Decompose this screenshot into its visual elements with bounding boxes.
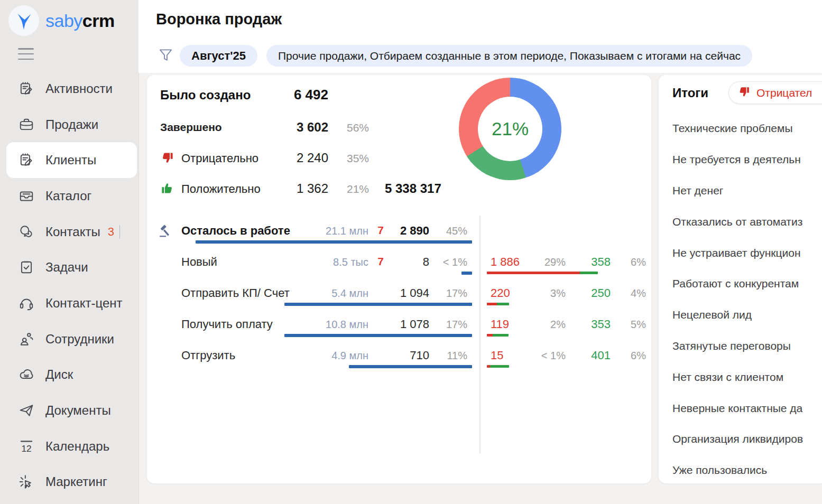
- sidebar-item-sales[interactable]: Продажи: [6, 107, 137, 143]
- spark-icon: [18, 473, 35, 490]
- sidebar-item-label: Продажи: [45, 117, 98, 132]
- filter-period-pill[interactable]: Август'25: [180, 45, 257, 67]
- sidebar-item-documents[interactable]: Документы: [6, 393, 137, 428]
- sidebar-item-label: Диск: [45, 367, 73, 382]
- results-list: Технические проблемыНе требуется в деяте…: [659, 113, 822, 486]
- results-list-item[interactable]: Уже пользовались: [659, 455, 822, 486]
- stage-positive-count: 353: [570, 318, 611, 331]
- stage-amount: 5.4 млн: [295, 287, 368, 300]
- summary-row-down[interactable]: Отрицательно2 24035%: [147, 151, 464, 167]
- results-list-item[interactable]: Нет связи с клиентом: [659, 361, 822, 393]
- chat-icon: [18, 223, 35, 240]
- results-list-item[interactable]: Отказались от автоматиз: [659, 206, 822, 237]
- sidebar-item-calendar[interactable]: 12Календарь: [6, 428, 137, 464]
- summary-value: 2 240: [263, 151, 328, 165]
- stage-amount: 4.9 млн: [295, 350, 368, 362]
- sidebar-item-disk[interactable]: Диск: [6, 357, 137, 393]
- stage-percent: 45%: [430, 225, 467, 237]
- results-list-item[interactable]: Не требуется в деятельн: [659, 144, 822, 175]
- cloud-icon: [18, 366, 35, 383]
- summary-label: Завершено: [160, 121, 222, 134]
- sidebar-item-contacts[interactable]: Контакты3: [6, 214, 137, 250]
- summary-percent: 56%: [335, 122, 369, 134]
- stage-positive-percent: 5%: [615, 319, 646, 331]
- results-list-item[interactable]: Нецелевой лид: [659, 300, 822, 331]
- results-list-item[interactable]: Технические проблемы: [659, 113, 822, 144]
- stage-count: 1 078: [385, 318, 429, 331]
- results-list-item[interactable]: Затянутые переговоры: [659, 331, 822, 362]
- funnel-stage-row[interactable]: Новый8.5 тыс78< 1%1 88629%3586%: [147, 247, 651, 278]
- thumb-up-icon: [160, 181, 174, 198]
- stage-count: 710: [385, 349, 429, 362]
- conversion-donut-chart[interactable]: 21%: [459, 78, 561, 180]
- sidebar-item-label: Документы: [45, 403, 111, 418]
- menu-hamburger-icon[interactable]: [18, 48, 34, 60]
- donut-center-percent: 21%: [459, 78, 561, 180]
- summary-label: Положительно: [181, 182, 261, 196]
- app-root: { "app": {"brand_saby": "saby", "brand_c…: [0, 0, 822, 504]
- funnel-stage-row[interactable]: Отгрузить4.9 млн71011%15< 1%4016%: [147, 340, 651, 371]
- created-label: Было создано: [160, 88, 251, 102]
- funnel-header-row[interactable]: Осталось в работе21.1 млн72 89045%: [147, 216, 651, 247]
- summary-percent: 35%: [335, 152, 369, 165]
- filter-description-pill[interactable]: Прочие продажи, Отбираем созданные в это…: [266, 45, 752, 67]
- clipboard-icon: [18, 259, 35, 276]
- stage-progress-bar: [349, 365, 472, 368]
- results-list-item[interactable]: Нет денег: [659, 175, 822, 207]
- sidebar-nav: АктивностиПродажиКлиентыКаталогКонтакты3…: [0, 71, 138, 500]
- results-list-item[interactable]: Организация ликвидиров: [659, 424, 822, 455]
- funnel-stage-row[interactable]: Отправить КП/ Счет5.4 млн1 09417%2203%25…: [147, 278, 651, 309]
- summary-row-closed[interactable]: Завершено3 60256%: [147, 120, 464, 137]
- stage-amount: 21.1 млн: [295, 225, 368, 237]
- stage-percent: 17%: [430, 287, 467, 300]
- sidebar-item-clients[interactable]: Клиенты: [6, 142, 137, 178]
- sidebar-item-employees[interactable]: Сотрудники: [6, 321, 137, 357]
- stage-negative-percent: 29%: [523, 256, 566, 268]
- stage-label: Новый: [181, 255, 217, 269]
- badge-divider: [119, 225, 121, 239]
- sidebar-item-activities[interactable]: Активности: [6, 71, 137, 107]
- stage-positive-percent: 6%: [615, 256, 646, 268]
- stage-negative-positive-bar: [487, 365, 509, 368]
- funnel-card: Было создано 6 492 Завершено3 60256%Отри…: [147, 75, 651, 483]
- stage-positive-percent: 6%: [615, 350, 646, 362]
- summary-value: 1 362: [263, 181, 328, 196]
- stage-label: Отправить КП/ Счет: [181, 286, 290, 300]
- stage-negative-positive-bar: [487, 334, 509, 337]
- sidebar-item-label: Маркетинг: [45, 474, 107, 489]
- gavel-icon: [159, 224, 172, 240]
- results-list-item[interactable]: Неверные контактные да: [659, 393, 822, 424]
- sidebar-item-label: Контакты: [45, 225, 100, 239]
- sidebar-item-tasks[interactable]: Задачи: [6, 249, 137, 285]
- sidebar-item-contact-center[interactable]: Контакт-цент: [6, 285, 137, 321]
- briefcase-icon: [18, 116, 35, 133]
- sidebar-item-label: Активности: [45, 81, 113, 96]
- stage-percent: < 1%: [430, 256, 467, 268]
- funnel-divider: [479, 216, 481, 453]
- sidebar-item-label: Календарь: [45, 439, 109, 454]
- stage-percent: 11%: [430, 350, 467, 362]
- logo[interactable]: sabycrm: [8, 5, 115, 36]
- results-negative-filter-badge[interactable]: Отрицател: [728, 81, 822, 104]
- calendar-icon: 12: [18, 438, 35, 455]
- stage-amount: 8.5 тыс: [295, 256, 368, 268]
- sidebar-item-label: Каталог: [45, 189, 91, 203]
- summary-value: 3 602: [263, 120, 328, 135]
- brand-text: sabycrm: [45, 11, 115, 31]
- summary-row-up[interactable]: Положительно1 36221%5 338 317: [147, 181, 464, 198]
- stage-count: 8: [385, 255, 429, 269]
- filter-funnel-icon[interactable]: [159, 48, 173, 66]
- notepad-icon: [18, 80, 35, 97]
- sidebar-item-catalog[interactable]: Каталог: [6, 178, 137, 214]
- stage-percent: 17%: [430, 319, 467, 331]
- notepad-icon: [18, 152, 35, 169]
- results-title: Итоги: [672, 86, 708, 100]
- results-list-item[interactable]: Не устраивает функцион: [659, 237, 822, 268]
- funnel-stage-row[interactable]: Получить оплату10.8 млн1 07817%1192%3535…: [147, 309, 651, 340]
- page-title: Воронка продаж: [156, 11, 282, 28]
- stage-count: 2 890: [385, 224, 429, 238]
- sidebar-item-label: Клиенты: [45, 153, 96, 167]
- stage-amount: 10.8 млн: [295, 319, 368, 331]
- results-list-item[interactable]: Работают с конкурентам: [659, 268, 822, 300]
- sidebar-item-marketing[interactable]: Маркетинг: [6, 464, 137, 500]
